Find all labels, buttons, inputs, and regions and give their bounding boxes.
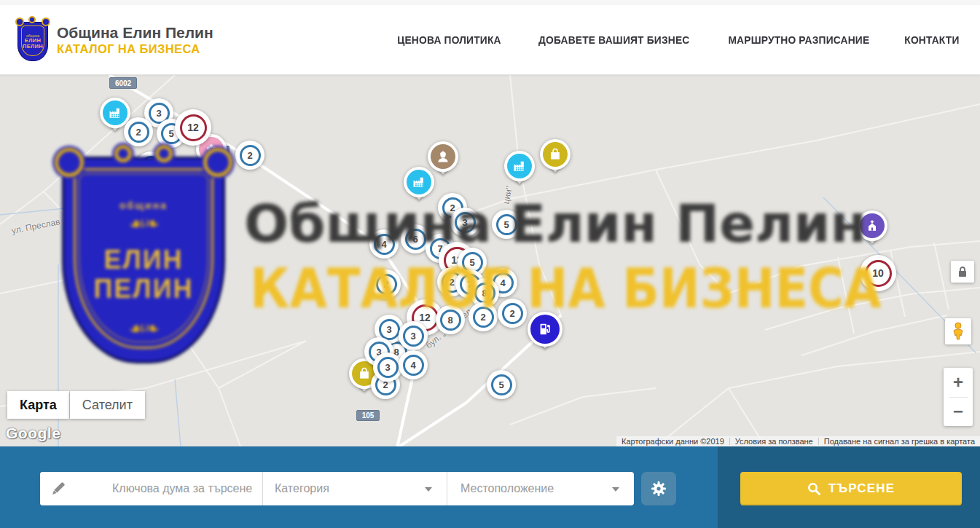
pegman-icon — [950, 322, 966, 341]
map-type-map-button[interactable]: Карта — [7, 391, 69, 419]
watermark-subtitle: КАТАЛОГ НА БИЗНЕСА — [250, 257, 881, 320]
location-select-value: Местоположение — [460, 482, 554, 495]
search-icon — [807, 482, 820, 495]
location-select[interactable]: Местоположение — [447, 472, 634, 505]
cluster-marker[interactable]: 3 — [399, 321, 428, 350]
site-subtitle: КАТАЛОГ НА БИЗНЕСА — [57, 42, 213, 56]
factory-category-pin[interactable] — [504, 151, 535, 181]
logo-link[interactable]: община ЕЛИН ПЕЛИН Община Елин Пелин КАТА… — [16, 19, 213, 61]
search-fields-bar: Категория Местоположение — [40, 472, 634, 505]
municipality-emblem-icon: община ЕЛИН ПЕЛИН — [16, 19, 50, 61]
cluster-marker[interactable]: 3 — [373, 352, 402, 382]
nav-item-pricing[interactable]: ЦЕНОВА ПОЛИТИКА — [397, 34, 501, 46]
map-attribution: Картографски данни ©2019 Условия за полз… — [616, 436, 980, 446]
category-select-value: Категория — [275, 482, 329, 495]
category-select[interactable]: Категория — [262, 472, 447, 505]
lock-icon — [957, 266, 968, 277]
map-type-satellite-button[interactable]: Сателит — [70, 391, 145, 419]
keyword-search-input[interactable] — [40, 472, 262, 505]
site-title: Община Елин Пелин — [57, 24, 213, 42]
search-button-label: ТЪРСЕНЕ — [828, 481, 895, 496]
map-viewport[interactable]: 6002105ул. Преславбул. „Новоселции" 2325… — [0, 75, 980, 446]
nav-item-route-schedule[interactable]: МАРШРУТНО РАЗПИСАНИЕ — [729, 34, 870, 46]
chevron-down-icon — [612, 487, 619, 492]
header: община ЕЛИН ПЕЛИН Община Елин Пелин КАТА… — [0, 5, 980, 75]
cluster-marker[interactable]: 4 — [399, 350, 428, 379]
factory-icon — [507, 154, 532, 178]
attribution-copyright: Картографски данни ©2019 — [616, 437, 729, 446]
zoom-control: + − — [944, 368, 973, 426]
bag-icon — [543, 142, 568, 167]
watermark-title: Община Елин Пелин — [244, 193, 866, 254]
settings-button[interactable] — [641, 472, 676, 505]
chevron-down-icon — [425, 487, 432, 492]
main-nav: ЦЕНОВА ПОЛИТИКА ДОБАВЕТЕ ВАШИЯТ БИЗНЕС М… — [393, 5, 962, 74]
pencil-icon — [50, 481, 66, 497]
cluster-marker[interactable]: 2 — [235, 141, 264, 170]
gear-icon — [650, 480, 667, 497]
bag-category-pin[interactable] — [540, 139, 571, 170]
nav-item-contacts[interactable]: КОНТАКТИ — [904, 34, 959, 46]
page-top-strip — [0, 0, 980, 5]
lock-button[interactable] — [951, 261, 974, 283]
zoom-in-button[interactable]: + — [944, 368, 973, 397]
attribution-terms-link[interactable]: Условия за ползване — [730, 437, 818, 446]
factory-icon — [407, 170, 431, 194]
map-type-control: Карта Сателит — [7, 391, 145, 419]
cluster-marker[interactable]: 12 — [175, 109, 211, 146]
pegman-street-view-button[interactable] — [945, 318, 971, 344]
watermark-emblem-icon: община ☙❧ ЕЛИН ПЕЛИН ☙❧ — [62, 157, 225, 363]
cluster-marker[interactable]: 2 — [124, 117, 153, 146]
zoom-out-button[interactable]: − — [944, 398, 973, 427]
worker-icon — [431, 144, 455, 169]
attribution-report-link[interactable]: Подаване на сигнал за грешка в картата — [819, 437, 980, 446]
search-section: Категория Местоположение ТЪРСЕНЕ — [0, 446, 980, 528]
cluster-marker[interactable]: 5 — [487, 370, 516, 399]
google-logo[interactable]: Google — [6, 425, 60, 442]
factory-icon — [103, 101, 128, 125]
nav-item-add-business[interactable]: ДОБАВЕТЕ ВАШИЯТ БИЗНЕС — [538, 34, 689, 46]
search-button[interactable]: ТЪРСЕНЕ — [740, 472, 962, 505]
